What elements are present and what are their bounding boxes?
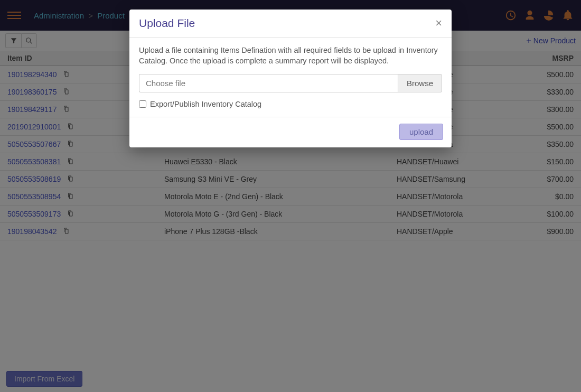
file-input[interactable] [139, 74, 398, 92]
upload-button[interactable]: upload [399, 124, 443, 140]
upload-file-modal: Upload File × Upload a file containing I… [129, 10, 452, 147]
browse-button[interactable]: Browse [398, 74, 442, 92]
modal-body: Upload a file containing Items Definatio… [129, 38, 452, 117]
export-publish-checkbox-row[interactable]: Export/Publish Inventory Catalog [139, 100, 442, 108]
modal-close-button[interactable]: × [435, 17, 442, 29]
export-publish-label: Export/Publish Inventory Catalog [150, 100, 261, 108]
modal-title: Upload File [139, 17, 195, 30]
modal-description: Upload a file containing Items Definatio… [139, 45, 442, 67]
export-publish-checkbox[interactable] [139, 100, 146, 108]
file-chooser: Browse [139, 74, 442, 92]
modal-header: Upload File × [129, 10, 452, 38]
modal-footer: upload [129, 117, 452, 147]
